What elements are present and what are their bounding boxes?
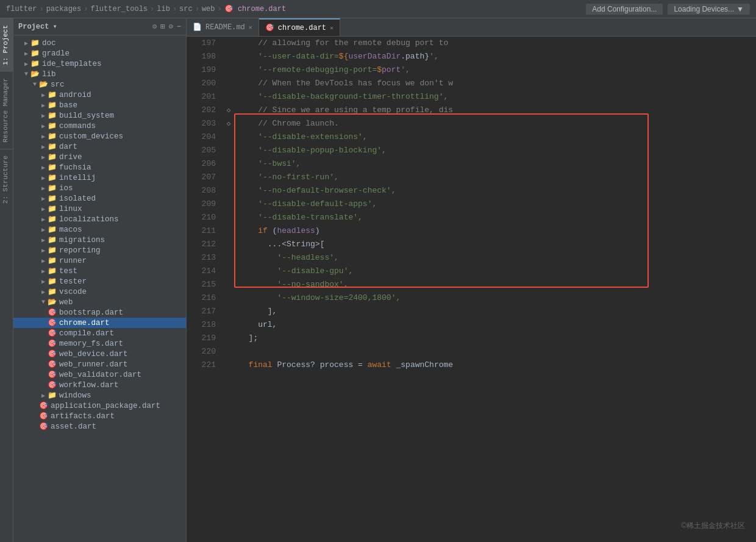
tree-item-linux[interactable]: ▶ 📁 linux [13, 204, 186, 214]
breadcrumb-lib[interactable]: lib [157, 5, 170, 13]
sidebar-item-project[interactable]: 1: Project [0, 18, 13, 71]
tree-item-asset-dart[interactable]: 🎯 asset.dart [13, 421, 186, 432]
tree-item-custom-devices[interactable]: ▶ 📁 custom_devices [13, 131, 186, 141]
code-line-205: '--disable-popup-blocking', [239, 144, 756, 157]
arrow-icon: ▶ [22, 50, 30, 57]
code-text: '--disable-extensions', [239, 130, 368, 144]
tree-item-ios[interactable]: ▶ 📁 ios [13, 183, 186, 193]
tree-label: web_validator.dart [59, 371, 141, 379]
sidebar-item-structure[interactable]: 2: Structure [0, 149, 13, 210]
code-text: if [258, 224, 268, 238]
tree-item-migrations[interactable]: ▶ 📁 migrations [13, 235, 186, 245]
tree-item-windows[interactable]: ▶ 📁 windows [13, 390, 186, 401]
tree-item-android[interactable]: ▶ 📁 android [13, 90, 186, 100]
tree-item-runner[interactable]: ▶ 📁 runner [13, 255, 186, 266]
tree-item-doc[interactable]: ▶ 📁 doc [13, 38, 186, 48]
sidebar-title-area: Project ▾ [18, 22, 57, 31]
tree-item-intellij[interactable]: ▶ 📁 intellij [13, 173, 186, 183]
tree-label: reporting [59, 246, 101, 255]
folder-icon: 📁 [48, 194, 57, 203]
dart-file-icon: 🎯 [48, 308, 57, 317]
tree-item-chrome-dart[interactable]: 🎯 chrome.dart [13, 318, 186, 328]
folder-icon: 📁 [48, 121, 57, 130]
tree-label: commands [59, 122, 96, 130]
tree-item-test[interactable]: ▶ 📁 test [13, 266, 186, 276]
line-numbers: 197 198 199 200 201 202 203 204 205 206 … [187, 37, 223, 542]
breadcrumb-web[interactable]: web [202, 5, 215, 13]
tree-item-base[interactable]: ▶ 📁 base [13, 100, 186, 110]
tab-readme[interactable]: 📄 README.md ✕ [187, 18, 259, 36]
dart-file-icon: 🎯 [48, 318, 57, 327]
tree-item-build-system[interactable]: ▶ 📁 build_system [13, 110, 186, 121]
settings-icon[interactable]: ⚙ [169, 22, 173, 31]
tree-item-web-validator-dart[interactable]: 🎯 web_validator.dart [13, 369, 186, 380]
tree-item-gradle[interactable]: ▶ 📁 gradle [13, 48, 186, 59]
code-text: // Chrome launch. [239, 117, 339, 130]
tree-label: compile.dart [59, 329, 114, 338]
sidebar-header: Project ▾ ⚙ ⊞ ⚙ − [13, 18, 186, 35]
sep6: › [218, 5, 222, 13]
code-text: '--user-data-dir= [239, 50, 339, 63]
tree-item-web[interactable]: ▼ 📂 web [13, 297, 186, 307]
tree-item-ide-templates[interactable]: ▶ 📁 ide_templates [13, 59, 186, 69]
tab-close-readme[interactable]: ✕ [249, 24, 252, 31]
tree-item-macos[interactable]: ▶ 📁 macos [13, 224, 186, 235]
tree-label: artifacts.dart [51, 412, 115, 421]
tree-item-dart[interactable]: ▶ 📁 dart [13, 141, 186, 152]
minus-icon[interactable]: − [177, 23, 181, 31]
tree-item-isolated[interactable]: ▶ 📁 isolated [13, 193, 186, 204]
breadcrumb-packages[interactable]: packages [46, 5, 82, 13]
arrow-icon: ▶ [39, 268, 48, 275]
layout-icon[interactable]: ⊞ [160, 22, 165, 31]
tree-item-web-runner-dart[interactable]: 🎯 web_runner.dart [13, 359, 186, 369]
folder-icon: 📁 [48, 287, 57, 296]
code-text [239, 345, 244, 358]
breadcrumb-flutter-tools[interactable]: flutter_tools [90, 5, 148, 13]
code-line-201: '--disable-background-timer-throttling', [239, 90, 756, 104]
tree-item-vscode[interactable]: ▶ 📁 vscode [13, 287, 186, 297]
tab-close-chrome[interactable]: ✕ [330, 24, 333, 32]
breadcrumb-src[interactable]: src [179, 5, 193, 13]
code-text: ', [401, 63, 410, 77]
arrow-icon: ▶ [39, 195, 48, 202]
tree-item-localizations[interactable]: ▶ 📁 localizations [13, 214, 186, 224]
tree-item-web-device-dart[interactable]: 🎯 web_device.dart [13, 349, 186, 359]
dart-file-icon: 🎯 [39, 412, 48, 421]
arrow-icon: ▶ [39, 102, 48, 109]
tree-item-bootstrap-dart[interactable]: 🎯 bootstrap.dart [13, 307, 186, 318]
tree-item-src[interactable]: ▼ 📂 src [13, 79, 186, 90]
loading-devices-button[interactable]: Loading Devices... ▼ [668, 4, 750, 15]
add-configuration-button[interactable]: Add Configuration... [586, 4, 663, 15]
sidebar-title: Project [18, 23, 49, 31]
tab-chrome-dart[interactable]: 🎯 chrome.dart ✕ [259, 18, 340, 36]
arrow-icon: ▶ [39, 154, 48, 161]
dart-file-icon: 🎯 [39, 422, 48, 431]
folder-icon: 📁 [48, 152, 57, 162]
tree-label: fuchsia [59, 163, 91, 172]
sidebar-chevron-icon: ▾ [52, 22, 57, 31]
tree-item-reporting[interactable]: ▶ 📁 reporting [13, 245, 186, 255]
sep1: › [39, 5, 43, 13]
tree-item-lib[interactable]: ▼ 📂 lib [13, 69, 186, 79]
tree-item-drive[interactable]: ▶ 📁 drive [13, 152, 186, 162]
tree-item-compile-dart[interactable]: 🎯 compile.dart [13, 328, 186, 338]
tree-item-artifacts-dart[interactable]: 🎯 artifacts.dart [13, 411, 186, 421]
sidebar-item-resource-manager[interactable]: Resource Manager [0, 71, 13, 149]
markdown-icon: 📄 [193, 23, 202, 32]
code-text: // allowing for the remote debug port to [239, 37, 448, 50]
code-line-213: '--headless', [239, 251, 756, 265]
tree-item-fuchsia[interactable]: ▶ 📁 fuchsia [13, 162, 186, 173]
breadcrumb-file[interactable]: 🎯 chrome.dart [224, 4, 286, 13]
tree-item-application-package[interactable]: 🎯 application_package.dart [13, 401, 186, 411]
arrow-icon: ▶ [39, 185, 48, 192]
code-line-211: if (headless) [239, 224, 756, 238]
tree-item-commands[interactable]: ▶ 📁 commands [13, 121, 186, 131]
tree-label: ios [59, 184, 73, 193]
breadcrumb-flutter[interactable]: flutter [6, 5, 37, 13]
tree-item-workflow-dart[interactable]: 🎯 workflow.dart [13, 380, 186, 390]
code-text: await [368, 358, 391, 372]
tree-item-memory-fs-dart[interactable]: 🎯 memory_fs.dart [13, 338, 186, 349]
dart-file-icon: 🎯 [48, 329, 57, 338]
tree-item-tester[interactable]: ▶ 📁 tester [13, 276, 186, 287]
gear-icon[interactable]: ⚙ [152, 22, 157, 31]
